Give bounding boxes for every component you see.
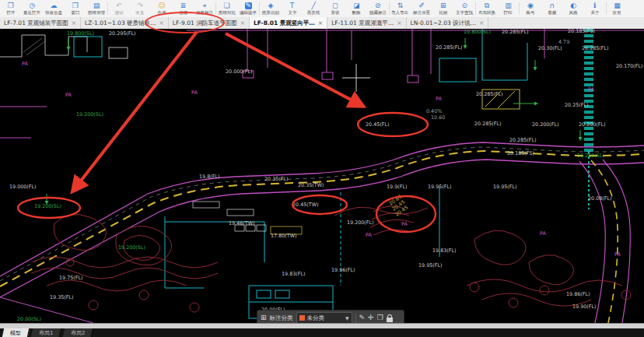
sheet-tab-模型[interactable]: 模型	[2, 328, 30, 337]
text-icon: T	[290, 2, 295, 9]
cloud-drive-icon: ☁	[50, 2, 57, 9]
close-icon[interactable]: ×	[240, 19, 245, 26]
close-icon[interactable]: ×	[318, 19, 323, 26]
elevation-label: 19.83(FL)	[282, 271, 306, 277]
drawing-tab[interactable]: LF-8.01 景观竖向平…×	[250, 17, 327, 29]
toolbar-open-button[interactable]: ❐打开	[0, 0, 22, 17]
toolbar-text-button[interactable]: T文字	[282, 0, 303, 17]
sheet-tab-label: 布局1	[39, 329, 53, 337]
toolbar-print-button[interactable]: ▥打印	[498, 0, 520, 17]
toolbar-import-export-button[interactable]: ⇅导入导出	[390, 0, 411, 17]
about-icon: ℹ	[593, 2, 596, 9]
toolbar-label: 标注设置	[413, 9, 430, 14]
toolbar-scale-button[interactable]: ⊞比例	[432, 0, 454, 17]
toolbar-label: 窗口	[71, 9, 79, 14]
drawing-tab[interactable]: LZ-1.01~1.03 硬质铺装…×	[81, 17, 169, 29]
toolbar-label: 关于	[590, 9, 599, 14]
toolbar-account-button[interactable]: ◉账号	[520, 0, 541, 17]
elevation-label: 17.80(TW)	[271, 233, 297, 239]
elevation-label: 20.285(FL)	[474, 121, 502, 127]
toolbar-recent-open-button[interactable]: ◷最近打开	[22, 0, 44, 17]
drawing-canvas[interactable]: 19.800(SL)20.295(FL)19.800(SL)20.285(FL)…	[0, 29, 644, 323]
toolbar-label: 删除	[352, 9, 361, 14]
elevation-label: 20.185(FS)	[568, 29, 595, 34]
hide-annotations-icon: ⊘	[375, 2, 381, 9]
sheet-tab-布局2[interactable]: 布局2	[63, 328, 94, 337]
toolbar-window-button[interactable]: ❒窗口	[65, 0, 86, 17]
road-layer	[0, 142, 644, 323]
toolbar-apps-button[interactable]: ▦应用	[607, 0, 628, 17]
toolbar-measure-button[interactable]: ≣测量	[173, 0, 194, 17]
print-icon: ▥	[505, 2, 512, 9]
drawing-tabbar: LF-7.01 景观铺装平面图×LZ-1.01~1.03 硬质铺装…×LF-9.…	[0, 17, 644, 30]
toolbar-label: 形状	[331, 9, 339, 14]
elevation-label: 19.90(FL)	[572, 304, 597, 310]
elevation-label: 19.200(SL)	[577, 153, 604, 159]
elevation-label: 20.25(FL)	[565, 102, 589, 108]
red-annotation-layer	[18, 32, 436, 232]
toolbar-text-search-button[interactable]: ⊙文字查找	[453, 0, 475, 17]
toolbar-delete-button[interactable]: ◪删除	[346, 0, 368, 17]
classify-grid-icon[interactable]: ⊞	[261, 314, 267, 321]
elevation-label: 20.35(TW)	[298, 182, 324, 188]
elevation-label: 20.35(FL)	[264, 176, 289, 182]
toolbar-shape-recognize-button[interactable]: ◈图形识别	[260, 0, 282, 17]
close-icon[interactable]: ×	[159, 19, 164, 26]
toolbar-edit-assistant-button[interactable]: ✎编辑助手	[238, 0, 260, 17]
toolbar-cloud-drive-button[interactable]: ☁快看云盘	[43, 0, 65, 17]
toolbar-drawing-manager-button[interactable]: ▤图纸管理	[86, 0, 107, 17]
toolbar-about-button[interactable]: ℹ关于	[584, 0, 606, 17]
toolbar-label: 最近打开	[23, 9, 40, 14]
toolbar-undo-button[interactable]: ↶撤销	[108, 0, 130, 17]
drawing-tab[interactable]: LF-7.01 景观铺装平面图×	[0, 17, 81, 29]
lock-icon[interactable]	[387, 318, 393, 322]
copy-annotation-icon[interactable]: ❐	[377, 314, 383, 321]
contours-layer	[31, 206, 631, 312]
toolbar-layout-convert-button[interactable]: ⧉布局转换	[476, 0, 498, 17]
planting-area-label: PA	[366, 232, 372, 238]
toolbar-hide-annotations-button[interactable]: ⊘隐藏标注	[367, 0, 389, 17]
toolbar-label: 撤销	[114, 9, 123, 14]
toolbar-redo-button[interactable]: ↷恢复	[130, 0, 152, 17]
drawing-tab[interactable]: LN-0.01~2.03 设计说…×	[407, 17, 489, 29]
close-icon[interactable]: ×	[72, 19, 76, 26]
elevation-label: 20.30(FL)	[538, 45, 562, 51]
toolbar-drawing-compare-button[interactable]: ❏图纸对比	[216, 0, 238, 17]
close-icon[interactable]: ×	[397, 19, 401, 26]
move-annotation-icon[interactable]: ✛	[368, 314, 374, 321]
elevation-label: 20.000(FL)	[226, 68, 253, 75]
elevation-label: 20.295(FL)	[109, 30, 136, 37]
tab-label: LZ-1.01~1.03 硬质铺装…	[85, 19, 156, 27]
edit-annotation-icon[interactable]: ✎	[359, 314, 366, 321]
drawing-tab[interactable]: LF-11.01 景观灌溉平…×	[327, 17, 406, 29]
bottom-scroll-strip	[0, 323, 644, 328]
tab-label: LF-9.01 消防车道平面图	[173, 19, 237, 27]
toolbar-label: 风格	[569, 9, 578, 14]
style-icon: ◐	[570, 2, 576, 9]
elevation-label: 20.200(FL)	[532, 121, 559, 128]
toolbar-style-button[interactable]: ◐风格	[562, 0, 584, 17]
close-icon[interactable]: ×	[479, 19, 484, 26]
toolbar-annotation-settings-button[interactable]: ✐标注设置	[411, 0, 432, 17]
elevation-label: 19.95(FL)	[493, 184, 517, 190]
toolbar-shapes-button[interactable]: ◻形状	[324, 0, 346, 17]
toolbar-measure-annotate-button[interactable]: ⌖测量标注	[194, 0, 215, 17]
elevation-label: 20.185(FS)	[507, 150, 534, 156]
drawing-compare-icon: ❏	[224, 2, 230, 9]
toolbar-support-button[interactable]: ∩客服	[541, 0, 563, 17]
planting-area-label: PA	[540, 230, 546, 237]
elevation-label: 19.9(FL)	[387, 184, 407, 190]
divider	[355, 314, 356, 323]
toolbar-vip-button[interactable]: ☺会员	[151, 0, 173, 17]
cad-viewer-window: ❐打开◷最近打开☁快看云盘❒窗口▤图纸管理↶撤销↷恢复☺会员≣测量⌖测量标注❏图…	[0, 0, 644, 337]
drawing-tab[interactable]: LF-9.01 消防车道平面图×	[169, 17, 250, 29]
chevron-down-icon: ▼	[345, 315, 349, 321]
sheet-tab-布局1[interactable]: 布局1	[31, 328, 62, 337]
category-color-swatch	[299, 315, 305, 321]
elevation-label: 20.285(FL)	[582, 45, 609, 51]
elevation-label: 19.200(SL)	[76, 111, 103, 118]
elevation-label: 0.40%	[426, 108, 442, 114]
elevation-label: 20.285(FL)	[509, 137, 537, 143]
toolbar-label: 图形识别	[262, 9, 279, 14]
toolbar-draw-line-button[interactable]: ╱画直线	[303, 0, 324, 17]
